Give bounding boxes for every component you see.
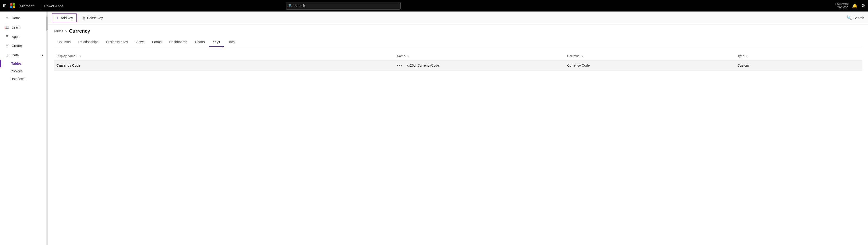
cell-type: Custom <box>735 60 862 71</box>
sidebar-label-create: Create <box>12 44 22 48</box>
env-label: Environment <box>835 3 848 5</box>
sidebar-item-tables[interactable]: Tables <box>0 60 48 67</box>
tab-business-rules[interactable]: Business rules <box>102 38 132 47</box>
add-key-button[interactable]: ＋ Add key <box>52 13 77 22</box>
toolbar: ＋ Add key 🗑 Delete key 🔍 Search <box>48 11 868 24</box>
tab-dashboards[interactable]: Dashboards <box>165 38 191 47</box>
sidebar-item-learn[interactable]: 📖 Learn <box>0 23 48 32</box>
search-icon: 🔍 <box>288 4 292 8</box>
sort-icon-name: ∨ <box>407 55 409 57</box>
home-icon: ⌂ <box>4 16 9 20</box>
col-columns-label: Columns <box>567 54 579 58</box>
add-key-label: Add key <box>61 16 73 20</box>
row-actions-icon[interactable]: ••• <box>397 63 403 67</box>
trash-icon: 🗑 <box>82 16 86 20</box>
dataflows-label: Dataflows <box>10 77 25 81</box>
breadcrumb-tables-link[interactable]: Tables <box>54 29 63 33</box>
col-header-name[interactable]: Name ∨ <box>394 52 564 60</box>
top-navbar: ⊞ Microsoft Power Apps 🔍 Environment Con… <box>0 0 868 11</box>
toolbar-search[interactable]: 🔍 Search <box>847 16 864 20</box>
content-area: Tables > Currency Columns Relationships … <box>48 24 868 245</box>
sidebar-label-apps: Apps <box>12 35 20 38</box>
tab-forms[interactable]: Forms <box>148 38 165 47</box>
sidebar-label-home: Home <box>12 16 21 20</box>
keys-table: Display name ↑ ∨ Name ∨ Columns ∨ T <box>54 52 862 71</box>
tab-relationships[interactable]: Relationships <box>74 38 102 47</box>
sort-icon-columns: ∨ <box>581 55 583 57</box>
learn-icon: 📖 <box>4 25 9 29</box>
toolbar-search-label: Search <box>854 16 864 20</box>
settings-icon[interactable]: ⚙ <box>861 3 865 8</box>
tab-data[interactable]: Data <box>224 38 239 47</box>
env-name: Contoso <box>837 5 848 9</box>
choices-label: Choices <box>10 69 23 73</box>
sidebar: ⌂ Home 📖 Learn ⊞ Apps + Create ⊟ Data <box>0 11 48 245</box>
sidebar-label-learn: Learn <box>12 25 20 29</box>
cell-columns: Currency Code <box>564 60 735 71</box>
sidebar-item-data[interactable]: ⊟ Data ▲ <box>0 50 48 60</box>
environment-info[interactable]: Environment Contoso <box>835 3 848 9</box>
plus-icon: ＋ <box>56 15 59 20</box>
tab-charts[interactable]: Charts <box>191 38 209 47</box>
data-submenu: Tables Choices Dataflows <box>0 60 48 83</box>
sidebar-item-dataflows[interactable]: Dataflows <box>0 75 48 83</box>
tab-keys[interactable]: Keys <box>209 38 224 47</box>
col-header-type[interactable]: Type ∨ <box>735 52 862 60</box>
tables-label: Tables <box>11 62 22 65</box>
brand-name: Microsoft <box>20 4 34 8</box>
sidebar-item-home[interactable]: ⌂ Home <box>0 13 48 23</box>
sidebar-scrollbar[interactable] <box>46 11 48 245</box>
apps-icon: ⊞ <box>4 34 9 39</box>
delete-key-label: Delete key <box>87 16 103 20</box>
search-input[interactable] <box>294 4 398 8</box>
cell-actions: ••• cr25d_CurrencyCode <box>394 60 564 71</box>
global-search-bar[interactable]: 🔍 <box>286 2 401 9</box>
tab-views[interactable]: Views <box>132 38 148 47</box>
main-content: ＋ Add key 🗑 Delete key 🔍 Search Tables >… <box>48 11 868 245</box>
col-header-columns[interactable]: Columns ∨ <box>564 52 735 60</box>
tab-columns[interactable]: Columns <box>54 38 74 47</box>
nav-icons: Environment Contoso 🔔 ⚙ <box>835 3 865 9</box>
col-type-label: Type <box>737 54 744 58</box>
notification-icon[interactable]: 🔔 <box>852 3 858 8</box>
create-icon: + <box>4 44 9 48</box>
microsoft-logo <box>10 3 15 8</box>
sidebar-label-data: Data <box>12 53 19 57</box>
cell-name: cr25d_CurrencyCode <box>407 63 439 67</box>
sort-icon-type: ∨ <box>746 55 748 57</box>
table-row[interactable]: Currency Code ••• cr25d_CurrencyCode Cur… <box>54 60 862 71</box>
col-name-label: Name <box>397 54 405 58</box>
col-header-displayname[interactable]: Display name ↑ ∨ <box>54 52 394 60</box>
breadcrumb: Tables > Currency <box>54 28 862 34</box>
breadcrumb-separator: > <box>65 29 67 33</box>
waffle-icon[interactable]: ⊞ <box>3 3 6 8</box>
sidebar-item-apps[interactable]: ⊞ Apps <box>0 32 48 41</box>
page-title: Currency <box>69 28 90 34</box>
sidebar-item-create[interactable]: + Create <box>0 41 48 50</box>
tabs-bar: Columns Relationships Business rules Vie… <box>54 38 862 47</box>
toolbar-search-icon: 🔍 <box>847 16 852 20</box>
scroll-thumb <box>46 16 48 31</box>
app-name: Power Apps <box>41 4 63 8</box>
app-layout: ⌂ Home 📖 Learn ⊞ Apps + Create ⊟ Data <box>0 11 868 245</box>
cell-displayname: Currency Code <box>54 60 394 71</box>
chevron-up-icon: ▲ <box>41 53 44 57</box>
sidebar-nav: ⌂ Home 📖 Learn ⊞ Apps + Create ⊟ Data <box>0 13 48 83</box>
col-displayname-label: Display name <box>57 54 75 58</box>
delete-key-button[interactable]: 🗑 Delete key <box>79 15 106 22</box>
data-icon: ⊟ <box>4 53 9 57</box>
sort-icon-displayname: ↑ ∨ <box>77 55 81 57</box>
sidebar-item-choices[interactable]: Choices <box>0 67 48 75</box>
